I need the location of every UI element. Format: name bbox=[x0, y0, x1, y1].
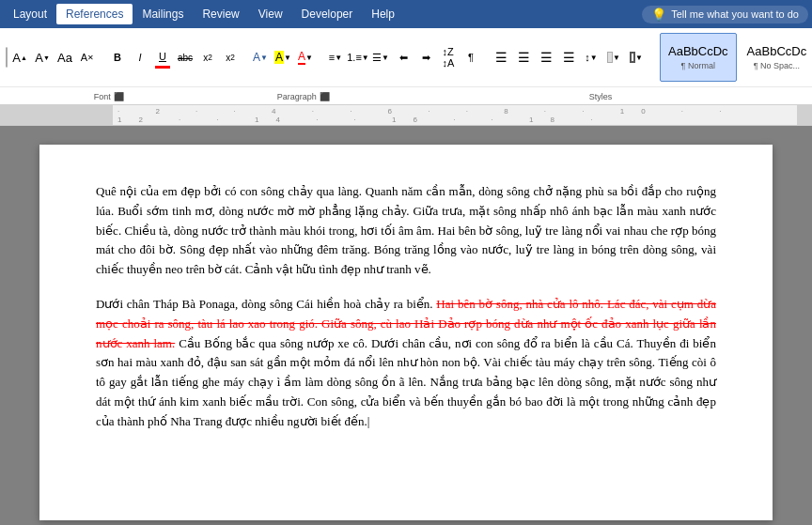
borders-btn[interactable]: ▼ bbox=[626, 47, 647, 68]
numbering-btn[interactable]: 1.≡▼ bbox=[348, 47, 368, 68]
font-group-label: Font ⬛ bbox=[6, 89, 212, 102]
menu-help[interactable]: Help bbox=[362, 4, 404, 24]
paragraph-2[interactable]: Dưới chân Tháp Bà Ponaga, dòng sông Cái … bbox=[96, 295, 716, 432]
multilevel-btn[interactable]: ☰▼ bbox=[370, 47, 391, 68]
italic-btn[interactable]: I bbox=[130, 47, 150, 68]
font-size-box[interactable]: ▲ ▼ bbox=[6, 47, 8, 68]
ribbon-row1: ▲ ▼ A▲ A▼ Aa A✕ B I U abc x2 x2 A▼ A▼ A▼… bbox=[0, 28, 812, 87]
paragraph-group-label: Paragraph ⬛ bbox=[214, 89, 393, 102]
indent-decrease-btn[interactable]: ⬅ bbox=[393, 47, 414, 68]
menu-layout[interactable]: Layout bbox=[4, 4, 56, 24]
para2-before: Dưới chân Tháp Bà Ponaga, dòng sông Cái … bbox=[96, 297, 436, 311]
underline-color-bar bbox=[155, 66, 170, 69]
menu-references[interactable]: References bbox=[56, 4, 133, 24]
change-case-btn[interactable]: Aa bbox=[55, 47, 75, 68]
align-left-btn[interactable]: ☰ bbox=[491, 47, 511, 68]
search-text: Tell me what you want to do bbox=[671, 8, 799, 20]
text-effects-btn[interactable]: A▼ bbox=[250, 47, 271, 68]
font-color-btn[interactable]: A▼ bbox=[295, 47, 316, 68]
page: Quê nội của em đẹp bởi có con sông chảy … bbox=[39, 145, 773, 520]
font-grow-btn[interactable]: A▲ bbox=[9, 47, 30, 68]
styles-group-label: Styles bbox=[395, 89, 806, 102]
menu-mailings[interactable]: Mailings bbox=[133, 4, 193, 24]
highlight-btn[interactable]: A▼ bbox=[273, 47, 293, 68]
justify-btn[interactable]: ☰ bbox=[558, 47, 579, 68]
bullets-btn[interactable]: ≡▼ bbox=[325, 47, 346, 68]
ruler: · 2 · · 4 · · 6 · · 8 · · 10 · · 12 · · … bbox=[0, 105, 812, 126]
style-normal-label: ¶ Normal bbox=[681, 61, 715, 70]
bold-btn[interactable]: B bbox=[107, 47, 128, 68]
superscript-btn[interactable]: x2 bbox=[220, 47, 241, 68]
menubar: Layout References Mailings Review View D… bbox=[0, 0, 812, 28]
ribbon-row2: Font ⬛ Paragraph ⬛ Styles bbox=[0, 87, 812, 104]
paragraph-1[interactable]: Quê nội của em đẹp bởi có con sông chảy … bbox=[96, 182, 716, 280]
underline-btn[interactable]: U bbox=[152, 47, 173, 68]
styles-panel: AaBbCcDc ¶ Normal AaBbCcDc ¶ No Spac... … bbox=[656, 31, 812, 84]
subscript-btn[interactable]: x2 bbox=[197, 47, 218, 68]
align-center-btn[interactable]: ☰ bbox=[513, 47, 534, 68]
style-normal-preview: AaBbCcDc bbox=[668, 44, 728, 59]
font-size-input[interactable] bbox=[7, 51, 8, 64]
text-cursor bbox=[367, 414, 370, 428]
shading-btn[interactable]: ▼ bbox=[603, 47, 624, 68]
para2-after: Cầu Bống bắc qua sông nướp xe cô. Dưới c… bbox=[96, 336, 716, 428]
indent-increase-btn[interactable]: ➡ bbox=[415, 47, 436, 68]
ribbon: ▲ ▼ A▲ A▼ Aa A✕ B I U abc x2 x2 A▼ A▼ A▼… bbox=[0, 28, 812, 105]
align-right-btn[interactable]: ☰ bbox=[536, 47, 556, 68]
doc-area[interactable]: Quê nội của em đẹp bởi có con sông chảy … bbox=[0, 126, 812, 525]
style-no-spacing-label: ¶ No Spac... bbox=[754, 61, 800, 70]
menu-view[interactable]: View bbox=[249, 4, 292, 24]
style-no-spacing-preview: AaBbCcDc bbox=[747, 44, 807, 59]
clear-format-btn[interactable]: A✕ bbox=[77, 47, 98, 68]
menu-review[interactable]: Review bbox=[193, 4, 248, 24]
style-no-spacing[interactable]: AaBbCcDc ¶ No Spac... bbox=[739, 33, 812, 82]
sort-btn[interactable]: ↕Z↕A bbox=[438, 47, 459, 68]
strikethrough-btn[interactable]: abc bbox=[175, 47, 195, 68]
line-spacing-btn[interactable]: ↕▼ bbox=[581, 47, 601, 68]
style-normal[interactable]: AaBbCcDc ¶ Normal bbox=[660, 33, 737, 82]
para-mark-btn[interactable]: ¶ bbox=[461, 47, 481, 68]
menu-developer[interactable]: Developer bbox=[292, 4, 363, 24]
font-shrink-btn[interactable]: A▼ bbox=[32, 47, 53, 68]
lightbulb-icon: 💡 bbox=[651, 8, 666, 22]
search-bar[interactable]: 💡 Tell me what you want to do bbox=[642, 6, 808, 23]
